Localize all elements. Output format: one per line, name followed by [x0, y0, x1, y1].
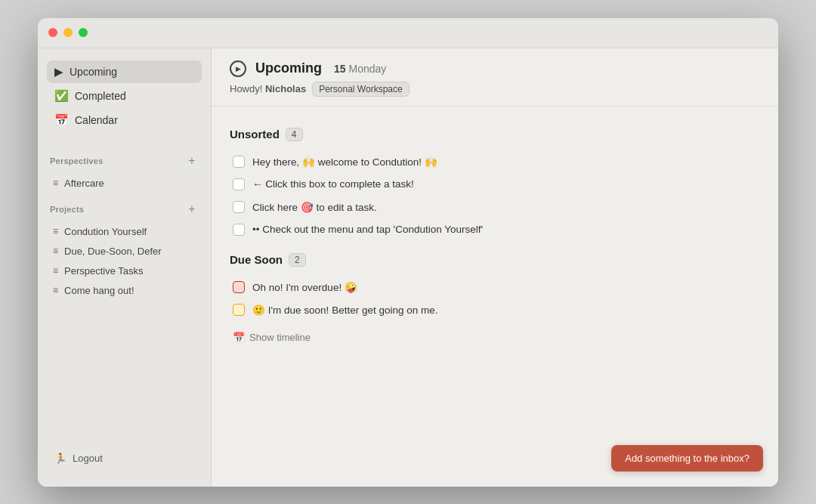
logout-button[interactable]: 🏃 Logout [47, 448, 202, 468]
perspectives-list: ≡ Aftercare [38, 174, 211, 193]
project-icon: ≡ [53, 265, 58, 276]
perspectives-section-header: Perspectives + [38, 151, 211, 171]
task-label-due-soon: 🙂 I'm due soon! Better get going on me. [252, 304, 437, 316]
due-soon-count: 2 [289, 253, 306, 267]
weekday-name: Monday [348, 63, 386, 75]
task-checkbox-overdue[interactable] [233, 281, 245, 293]
task-item-due-soon[interactable]: 🙂 I'm due soon! Better get going on me. [230, 298, 760, 321]
due-soon-title: Due Soon [230, 253, 283, 266]
main-scroll-area: Unsorted 4 Hey there, 🙌 welcome to Condu… [212, 107, 778, 487]
page-title: Upcoming [255, 60, 322, 76]
task-item[interactable]: ← Click this box to complete a task! [230, 173, 760, 196]
come-hang-out-label: Come hang out! [64, 285, 134, 296]
perspectives-label: Perspectives [50, 156, 104, 165]
task-label: Hey there, 🙌 welcome to Condution! 🙌 [252, 156, 437, 168]
sidebar-navigation: ▶ Upcoming ✅ Completed 📅 Calendar [38, 60, 211, 133]
main-content-area: ▶ Upcoming 15 Monday Howdy! Nicholas Per… [212, 48, 778, 487]
task-checkbox[interactable] [233, 156, 245, 168]
project-icon: ≡ [53, 226, 58, 237]
task-label: ← Click this box to complete a task! [252, 178, 414, 190]
list-icon: ≡ [53, 178, 58, 188]
task-label-overdue: Oh no! I'm overdue! 🤪 [252, 281, 357, 293]
sidebar-item-calendar[interactable]: 📅 Calendar [47, 109, 202, 131]
sidebar-footer: 🏃 Logout [38, 442, 211, 475]
sidebar-item-condution-yourself[interactable]: ≡ Condution Yourself [45, 222, 203, 241]
sidebar-item-come-hang-out[interactable]: ≡ Come hang out! [45, 281, 203, 300]
sidebar-item-due-due-soon-defer[interactable]: ≡ Due, Due-Soon, Defer [45, 242, 203, 261]
sidebar-item-upcoming-label: Upcoming [70, 66, 117, 78]
minimize-button[interactable] [63, 28, 73, 37]
sidebar-item-perspective-tasks[interactable]: ≡ Perspective Tasks [45, 261, 203, 280]
task-checkbox-due-soon[interactable] [233, 304, 245, 316]
username-bold: Nicholas [265, 83, 306, 94]
sidebar: ▶ Upcoming ✅ Completed 📅 Calendar Perspe… [38, 48, 212, 487]
app-body: ▶ Upcoming ✅ Completed 📅 Calendar Perspe… [38, 48, 778, 487]
project-icon: ≡ [53, 285, 58, 295]
due-soon-section-header: Due Soon 2 [230, 253, 760, 267]
header-date: 15 Monday [334, 63, 386, 75]
show-timeline-button[interactable]: 📅 Show timeline [230, 327, 314, 348]
task-label: Click here 🎯 to edit a task. [252, 201, 377, 213]
perspective-tasks-label: Perspective Tasks [64, 265, 144, 277]
task-item[interactable]: Click here 🎯 to edit a task. [230, 196, 760, 218]
sidebar-item-upcoming[interactable]: ▶ Upcoming [47, 60, 202, 83]
upcoming-icon: ▶ [54, 65, 63, 79]
task-item[interactable]: •• Check out the menu and tap 'Condution… [230, 218, 760, 241]
unsorted-count: 4 [286, 128, 303, 141]
task-item-overdue[interactable]: Oh no! I'm overdue! 🤪 [230, 276, 760, 298]
projects-label: Projects [50, 205, 84, 214]
task-checkbox[interactable] [233, 178, 245, 190]
show-timeline-label: Show timeline [249, 332, 311, 343]
logout-icon: 🏃 [54, 453, 66, 464]
task-label: •• Check out the menu and tap 'Condution… [252, 224, 483, 235]
app-window: ▶ Upcoming ✅ Completed 📅 Calendar Perspe… [38, 18, 778, 487]
completed-icon: ✅ [54, 89, 69, 103]
upcoming-header-icon: ▶ [230, 60, 246, 77]
task-checkbox[interactable] [233, 201, 245, 213]
add-project-button[interactable]: + [185, 203, 199, 216]
header-sub-row: Howdy! Nicholas Personal Workspace [230, 82, 760, 97]
workspace-badge[interactable]: Personal Workspace [312, 82, 410, 97]
unsorted-section-header: Unsorted 4 [230, 128, 760, 141]
task-item[interactable]: Hey there, 🙌 welcome to Condution! 🙌 [230, 150, 760, 173]
condution-yourself-label: Condution Yourself [64, 226, 147, 237]
maximize-button[interactable] [79, 28, 88, 37]
sidebar-item-calendar-label: Calendar [75, 114, 118, 126]
howdy-text: Howdy! Nicholas [230, 83, 306, 94]
main-header: ▶ Upcoming 15 Monday Howdy! Nicholas Per… [212, 48, 778, 107]
logout-label: Logout [73, 453, 103, 464]
sidebar-item-completed-label: Completed [75, 90, 126, 102]
due-due-soon-defer-label: Due, Due-Soon, Defer [64, 246, 162, 257]
close-button[interactable] [48, 28, 57, 37]
sidebar-item-aftercare[interactable]: ≡ Aftercare [45, 174, 203, 193]
day-number: 15 [334, 63, 346, 75]
project-icon: ≡ [53, 246, 58, 256]
titlebar [38, 18, 778, 48]
sidebar-item-completed[interactable]: ✅ Completed [47, 85, 202, 107]
add-inbox-button[interactable]: Add something to the inbox? [611, 445, 763, 472]
timeline-calendar-icon: 📅 [233, 332, 245, 343]
add-perspective-button[interactable]: + [185, 154, 199, 168]
howdy-prefix: Howdy! [230, 83, 265, 94]
unsorted-title: Unsorted [230, 128, 280, 141]
calendar-icon: 📅 [54, 113, 69, 127]
add-inbox-label: Add something to the inbox? [625, 453, 750, 464]
projects-section-header: Projects + [38, 199, 211, 219]
projects-list: ≡ Condution Yourself ≡ Due, Due-Soon, De… [38, 222, 211, 301]
task-checkbox[interactable] [233, 224, 245, 236]
aftercare-label: Aftercare [64, 178, 104, 189]
header-top-row: ▶ Upcoming 15 Monday [230, 60, 760, 77]
